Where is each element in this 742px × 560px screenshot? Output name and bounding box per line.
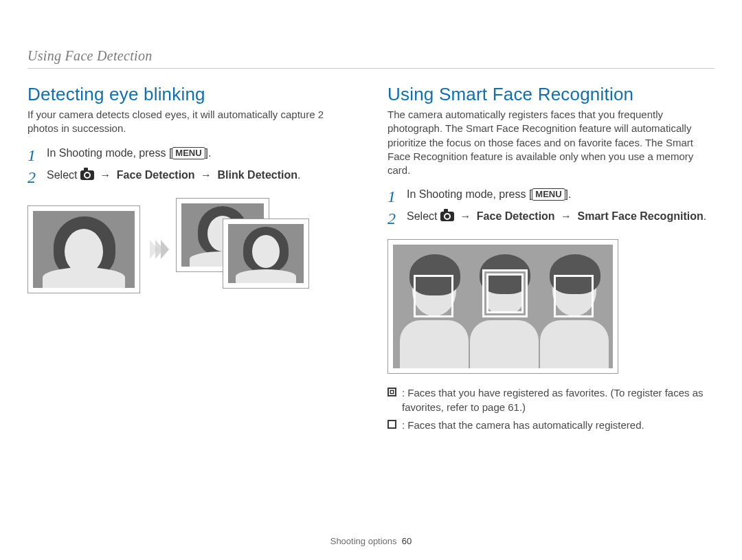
step-text: Select → Face Detection → Blink Detectio… <box>47 168 355 183</box>
right-step-2: 2 Select → Face Detection → Smart Face R… <box>387 209 715 227</box>
path-blink-detection: Blink Detection <box>218 169 297 181</box>
face-box-single-icon <box>414 275 453 317</box>
page-footer: Shooting options 60 <box>0 536 742 546</box>
header-rule <box>27 68 715 69</box>
blink-detection-figure <box>27 198 355 301</box>
face-box-single-icon <box>554 275 594 317</box>
menu-button-icon: MENU <box>172 147 205 159</box>
two-column-layout: Detecting eye blinking If your camera de… <box>27 84 715 436</box>
menu-button-icon: MENU <box>532 188 565 201</box>
select-word: Select <box>407 210 440 222</box>
step1-suffix: ]. <box>205 147 212 159</box>
select-word: Select <box>47 169 80 181</box>
photo-placeholder-group <box>393 245 613 368</box>
photo-placeholder <box>33 211 135 288</box>
arrow-icon: → <box>97 169 113 181</box>
legend-favorite-text: : Faces that you have registered as favo… <box>402 386 715 414</box>
step-number: 1 <box>27 146 40 164</box>
running-head: Using Face Detection <box>27 48 715 64</box>
photo-placeholder <box>228 224 304 283</box>
right-heading: Using Smart Face Recognition <box>387 84 715 105</box>
step1-prefix: In Shooting mode, press [ <box>47 147 172 159</box>
step1-prefix: In Shooting mode, press [ <box>407 188 532 200</box>
period: . <box>704 210 706 222</box>
step-number: 2 <box>387 209 400 227</box>
path-face-detection: Face Detection <box>477 210 555 222</box>
camera-icon <box>80 170 94 180</box>
right-intro: The camera automatically registers faces… <box>387 108 715 177</box>
face-box-favorite-icon <box>482 269 528 317</box>
left-intro: If your camera detects closed eyes, it w… <box>27 108 355 136</box>
right-column: Using Smart Face Recognition The camera … <box>387 84 715 436</box>
arrow-icon: → <box>558 210 574 222</box>
smart-face-recognition-figure <box>387 239 715 374</box>
period: . <box>297 169 300 181</box>
step-text: Select → Face Detection → Smart Face Rec… <box>407 209 715 224</box>
step-text: In Shooting mode, press [MENU]. <box>407 187 715 202</box>
legend-favorite: : Faces that you have registered as favo… <box>387 386 715 414</box>
manual-page: Using Face Detection Detecting eye blink… <box>0 0 742 560</box>
footer-page-number: 60 <box>402 536 412 546</box>
left-step-1: 1 In Shooting mode, press [MENU]. <box>27 146 355 164</box>
photo-stack-result <box>176 198 313 301</box>
left-step-2: 2 Select → Face Detection → Blink Detect… <box>27 168 355 186</box>
path-smart-face-recognition: Smart Face Recognition <box>578 210 704 222</box>
step-text: In Shooting mode, press [MENU]. <box>47 146 355 161</box>
camera-icon <box>440 212 454 221</box>
auto-square-icon <box>387 420 396 429</box>
step1-suffix: ]. <box>565 188 572 200</box>
step-number: 1 <box>387 187 400 205</box>
favorite-square-icon <box>387 388 396 396</box>
step-number: 2 <box>27 168 40 186</box>
photo-frame-eyes-closed <box>27 205 140 293</box>
legend-auto: : Faces that the camera has automaticall… <box>387 418 715 432</box>
right-step-1: 1 In Shooting mode, press [MENU]. <box>387 187 715 205</box>
legend-list: : Faces that you have registered as favo… <box>387 386 715 432</box>
arrow-icon: → <box>457 210 473 222</box>
progression-arrow-icon <box>150 240 166 259</box>
photo-frame-front <box>223 219 309 289</box>
arrow-icon: → <box>198 169 214 181</box>
photo-frame-group <box>387 239 618 374</box>
left-column: Detecting eye blinking If your camera de… <box>27 84 355 436</box>
path-face-detection: Face Detection <box>117 169 195 181</box>
legend-auto-text: : Faces that the camera has automaticall… <box>402 418 644 432</box>
left-heading: Detecting eye blinking <box>27 84 355 105</box>
footer-section: Shooting options <box>330 536 397 546</box>
